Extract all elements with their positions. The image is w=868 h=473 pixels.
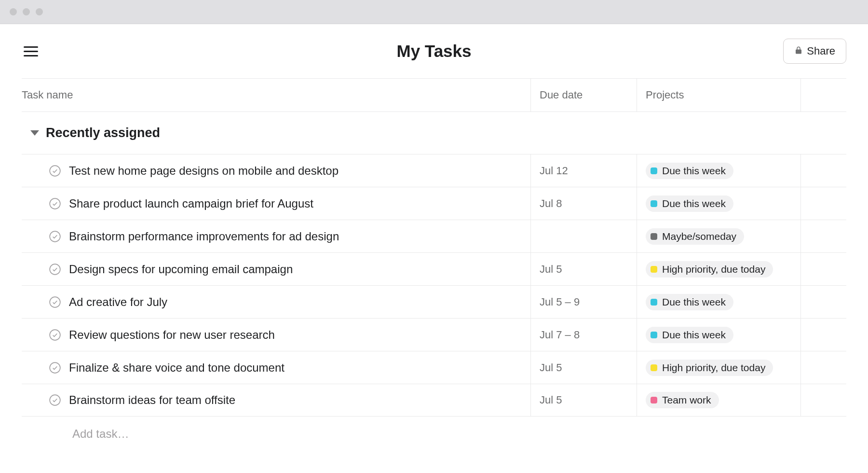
extra-cell[interactable]	[800, 351, 846, 384]
menu-icon[interactable]	[22, 44, 40, 58]
due-date-text: Jul 8	[540, 197, 562, 210]
section-title: Recently assigned	[46, 125, 160, 140]
task-name: Test new home page designs on mobile and…	[69, 164, 339, 178]
complete-check-icon[interactable]	[49, 329, 61, 341]
traffic-light-zoom[interactable]	[36, 8, 43, 15]
svg-point-4	[50, 297, 60, 307]
complete-check-icon[interactable]	[49, 394, 61, 406]
task-name-cell[interactable]: Ad creative for July	[22, 286, 530, 318]
traffic-light-close[interactable]	[10, 8, 17, 15]
project-tag[interactable]: High priority, due today	[646, 261, 773, 278]
section-header[interactable]: Recently assigned	[22, 112, 846, 154]
due-date-cell[interactable]: Jul 5	[530, 384, 637, 416]
due-date-cell[interactable]: Jul 5 – 9	[530, 286, 637, 318]
due-date-text: Jul 5	[540, 362, 562, 374]
projects-cell[interactable]: Due this week	[637, 154, 800, 187]
complete-check-icon[interactable]	[49, 230, 61, 243]
due-date-cell[interactable]: Jul 7 – 8	[530, 319, 637, 351]
project-color-dot	[651, 332, 657, 338]
task-name: Share product launch campaign brief for …	[69, 197, 313, 210]
due-date-cell[interactable]: Jul 12	[530, 154, 637, 187]
svg-point-3	[50, 264, 60, 275]
project-tag[interactable]: Team work	[646, 392, 719, 408]
complete-check-icon[interactable]	[49, 197, 61, 210]
extra-cell[interactable]	[800, 154, 846, 187]
task-row[interactable]: Finalize & share voice and tone document…	[22, 351, 846, 384]
project-tag[interactable]: Due this week	[646, 327, 733, 343]
task-row[interactable]: Design specs for upcoming email campaign…	[22, 252, 846, 285]
extra-cell[interactable]	[800, 384, 846, 416]
add-task-button[interactable]: Add task…	[22, 417, 846, 451]
svg-point-0	[50, 166, 60, 176]
project-tag-label: High priority, due today	[662, 264, 765, 275]
due-date-text: Jul 7 – 8	[540, 329, 580, 341]
svg-point-6	[50, 362, 60, 373]
task-name-cell[interactable]: Review questions for new user research	[22, 319, 530, 351]
task-name-cell[interactable]: Design specs for upcoming email campaign	[22, 253, 530, 285]
extra-cell[interactable]	[800, 220, 846, 252]
task-row[interactable]: Brainstorm ideas for team offsiteJul 5Te…	[22, 384, 846, 417]
task-row[interactable]: Test new home page designs on mobile and…	[22, 154, 846, 187]
task-row[interactable]: Review questions for new user researchJu…	[22, 318, 846, 351]
projects-cell[interactable]: High priority, due today	[637, 253, 800, 285]
lock-icon	[794, 45, 803, 57]
caret-down-icon	[30, 130, 39, 136]
project-tag-label: Maybe/someday	[662, 231, 736, 242]
project-tag[interactable]: Maybe/someday	[646, 228, 744, 245]
task-name: Brainstorm ideas for team offsite	[69, 393, 235, 407]
extra-cell[interactable]	[800, 319, 846, 351]
project-tag[interactable]: High priority, due today	[646, 360, 773, 376]
due-date-text: Jul 5	[540, 394, 562, 406]
column-header-extra[interactable]	[800, 79, 846, 111]
due-date-cell[interactable]	[530, 220, 637, 252]
extra-cell[interactable]	[800, 253, 846, 285]
projects-cell[interactable]: Maybe/someday	[637, 220, 800, 252]
task-name: Review questions for new user research	[69, 328, 275, 342]
complete-check-icon[interactable]	[49, 165, 61, 177]
project-tag-label: Team work	[662, 394, 711, 406]
due-date-cell[interactable]: Jul 5	[530, 351, 637, 384]
due-date-cell[interactable]: Jul 8	[530, 187, 637, 220]
task-name-cell[interactable]: Finalize & share voice and tone document	[22, 351, 530, 384]
task-row[interactable]: Ad creative for JulyJul 5 – 9Due this we…	[22, 285, 846, 318]
project-tag-label: Due this week	[662, 165, 726, 177]
page-title: My Tasks	[397, 42, 472, 61]
projects-cell[interactable]: Due this week	[637, 187, 800, 220]
task-row[interactable]: Brainstorm performance improvements for …	[22, 220, 846, 252]
project-color-dot	[651, 233, 657, 240]
task-table: Task name Due date Projects Recently ass…	[0, 78, 868, 451]
column-header-projects[interactable]: Projects	[646, 89, 684, 101]
projects-cell[interactable]: Due this week	[637, 286, 800, 318]
project-color-dot	[651, 167, 657, 174]
task-row[interactable]: Share product launch campaign brief for …	[22, 187, 846, 220]
project-tag-label: Due this week	[662, 296, 726, 308]
project-tag[interactable]: Due this week	[646, 163, 733, 179]
task-name-cell[interactable]: Test new home page designs on mobile and…	[22, 154, 530, 187]
task-name-cell[interactable]: Brainstorm ideas for team offsite	[22, 384, 530, 416]
extra-cell[interactable]	[800, 187, 846, 220]
complete-check-icon[interactable]	[49, 362, 61, 374]
extra-cell[interactable]	[800, 286, 846, 318]
project-tag-label: High priority, due today	[662, 362, 765, 374]
window-chrome	[0, 0, 868, 24]
column-header-due-date[interactable]: Due date	[540, 89, 583, 101]
traffic-light-minimize[interactable]	[23, 8, 30, 15]
projects-cell[interactable]: Team work	[637, 384, 800, 416]
projects-cell[interactable]: Due this week	[637, 319, 800, 351]
column-header-task-name[interactable]: Task name	[22, 89, 73, 101]
project-color-dot	[651, 299, 657, 306]
complete-check-icon[interactable]	[49, 296, 61, 308]
projects-cell[interactable]: High priority, due today	[637, 351, 800, 384]
share-button[interactable]: Share	[783, 39, 846, 64]
project-color-dot	[651, 200, 657, 207]
project-tag[interactable]: Due this week	[646, 195, 733, 212]
due-date-text: Jul 12	[540, 165, 568, 177]
due-date-cell[interactable]: Jul 5	[530, 253, 637, 285]
project-color-dot	[651, 266, 657, 273]
task-name-cell[interactable]: Share product launch campaign brief for …	[22, 187, 530, 220]
task-name-cell[interactable]: Brainstorm performance improvements for …	[22, 220, 530, 252]
project-color-dot	[651, 364, 657, 371]
project-tag[interactable]: Due this week	[646, 294, 733, 310]
due-date-text: Jul 5 – 9	[540, 296, 580, 308]
complete-check-icon[interactable]	[49, 263, 61, 276]
